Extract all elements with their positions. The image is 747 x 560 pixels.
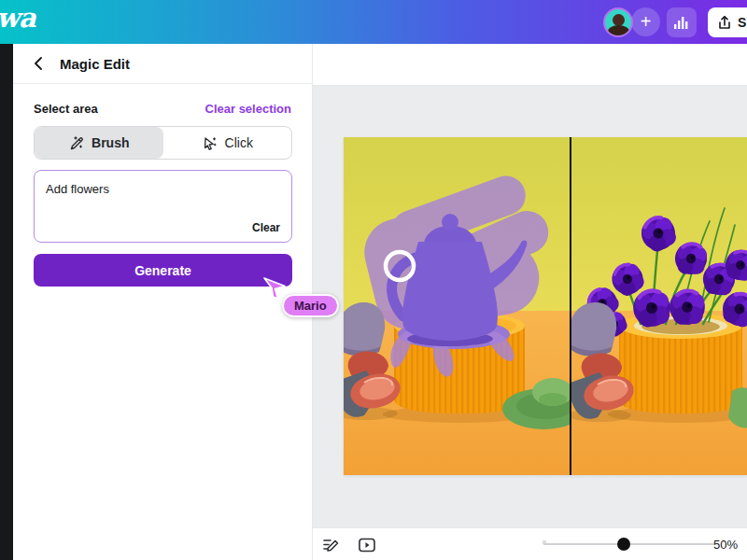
before-after-scene xyxy=(344,137,747,475)
back-button[interactable] xyxy=(28,54,47,73)
canvas-footer: 50% xyxy=(313,527,747,560)
clear-selection-link[interactable]: Clear selection xyxy=(205,102,292,116)
selection-tool-toggle: Brush Click xyxy=(34,126,292,160)
zoom-slider-thumb[interactable] xyxy=(617,538,630,551)
magic-brush-icon xyxy=(68,135,84,151)
plus-icon: + xyxy=(641,11,652,33)
prompt-clear-button[interactable]: Clear xyxy=(252,221,280,234)
select-area-row: Select area Clear selection xyxy=(34,102,291,116)
notes-button[interactable] xyxy=(321,535,342,555)
avatar[interactable] xyxy=(603,7,633,37)
share-button[interactable]: S xyxy=(708,7,747,37)
vase xyxy=(619,313,742,413)
share-label: S xyxy=(738,15,746,30)
panel-header: Magic Edit xyxy=(13,44,312,84)
prompt-box: Add flowers Clear xyxy=(34,170,292,243)
add-member-button[interactable]: + xyxy=(631,7,660,36)
click-tool-button[interactable]: Click xyxy=(163,127,292,159)
insights-button[interactable] xyxy=(667,7,697,37)
select-area-label: Select area xyxy=(34,102,98,116)
prompt-input[interactable]: Add flowers xyxy=(35,171,291,219)
zoom-level-label[interactable]: 50% xyxy=(713,538,738,552)
top-bar: wa + xyxy=(0,0,747,44)
brush-tool-label: Brush xyxy=(92,135,129,150)
canvas-body xyxy=(313,86,747,527)
panel-title: Magic Edit xyxy=(60,56,130,72)
before-image-half xyxy=(344,137,585,475)
present-button[interactable] xyxy=(357,535,377,555)
canva-magic-edit-app: wa + xyxy=(0,0,747,560)
collaborator-name-badge: Mario xyxy=(282,294,339,317)
after-image-half xyxy=(568,137,747,475)
brush-tool-button[interactable]: Brush xyxy=(35,127,163,159)
play-icon xyxy=(358,536,376,554)
upload-icon xyxy=(717,15,732,31)
bar-chart-icon xyxy=(673,14,690,31)
magic-edit-panel: Magic Edit Select area Clear selection xyxy=(13,44,313,560)
chevron-left-icon xyxy=(34,57,42,70)
canvas-header xyxy=(313,44,747,86)
magic-click-icon xyxy=(202,135,218,151)
avatar-bust xyxy=(608,25,629,37)
canva-logo[interactable]: wa xyxy=(0,2,35,34)
magic-edit-image[interactable] xyxy=(344,137,747,475)
gray-bowl xyxy=(344,302,385,357)
generate-button[interactable]: Generate xyxy=(34,254,292,287)
notes-pen-icon xyxy=(322,536,341,554)
collapsed-sidebar-rail[interactable] xyxy=(0,44,13,560)
click-tool-label: Click xyxy=(225,135,253,150)
